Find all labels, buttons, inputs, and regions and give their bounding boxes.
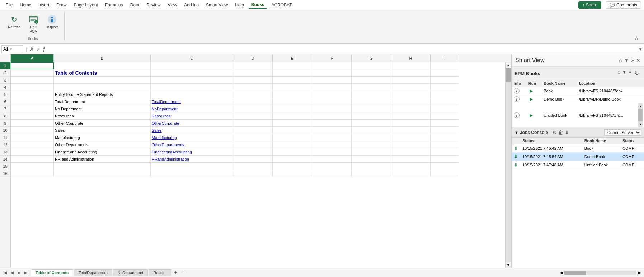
menu-page-layout[interactable]: Page Layout [71, 2, 100, 8]
col-header-d[interactable]: D [233, 54, 273, 62]
sv-books-refresh-button[interactable]: ↻ [633, 69, 641, 78]
sheet-tab-table-of-contents[interactable]: Table of Contents [31, 269, 73, 276]
insert-function-icon[interactable]: ƒ [43, 46, 46, 52]
menu-books[interactable]: Books [248, 1, 267, 9]
col-header-g[interactable]: G [352, 54, 391, 62]
cell-b2[interactable]: Table of Contents [54, 69, 151, 77]
sheet-tab-nodepartment[interactable]: NoDepartment [113, 269, 148, 276]
cell-a2[interactable] [11, 69, 54, 77]
col-header-i[interactable]: I [431, 54, 459, 62]
row-num-12[interactable]: 12 [0, 141, 10, 148]
cell-c2[interactable] [151, 69, 233, 77]
book-run-button-1[interactable]: ▶ [528, 88, 534, 94]
sv-books-dropdown-icon[interactable]: ▼ [622, 69, 627, 78]
sheet-tab-resc[interactable]: Resc ... [149, 269, 171, 276]
cell-f1[interactable] [312, 62, 352, 69]
row-num-5[interactable]: 5 [0, 91, 10, 98]
job-download-3[interactable]: ⬇ [514, 162, 518, 168]
row-num-15[interactable]: 15 [0, 163, 10, 170]
sheet-tab-totaldepartment[interactable]: TotalDepartment [74, 269, 112, 276]
menu-acrobat[interactable]: ACROBAT [269, 2, 295, 8]
sheet-nav-prev[interactable]: ◀ [9, 269, 15, 276]
col-header-b[interactable]: B [54, 54, 151, 62]
row-num-10[interactable]: 10 [0, 127, 10, 134]
jobs-delete-icon[interactable]: 🗑 [558, 130, 563, 135]
sheet-nav-first[interactable]: |◀ [1, 269, 8, 276]
menu-formulas[interactable]: Formulas [102, 2, 126, 8]
row-num-6[interactable]: 6 [0, 98, 10, 105]
formula-input[interactable] [47, 45, 637, 53]
cell-g2[interactable] [352, 69, 391, 77]
sheet-nav-next[interactable]: ▶ [16, 269, 22, 276]
menu-review[interactable]: Review [144, 2, 163, 8]
menu-data[interactable]: Data [127, 2, 142, 8]
cancel-formula-icon[interactable]: ✗ [30, 46, 34, 52]
menu-insert[interactable]: Insert [36, 2, 52, 8]
refresh-button[interactable]: ↻ Refresh [6, 12, 23, 35]
horizontal-scroll-thumb[interactable] [564, 271, 586, 275]
formula-expand-icon[interactable]: ▼ [638, 47, 643, 52]
cell-b1[interactable] [54, 62, 151, 69]
book-info-button-3[interactable]: i [514, 112, 520, 118]
cell-e2[interactable] [273, 69, 312, 77]
col-header-f[interactable]: F [312, 54, 352, 62]
col-header-h[interactable]: H [391, 54, 431, 62]
edit-pov-button[interactable]: ✎ EditPOV [25, 12, 41, 35]
row-num-11[interactable]: 11 [0, 134, 10, 141]
scroll-thumb[interactable] [506, 68, 511, 82]
row-num-4[interactable]: 4 [0, 84, 10, 91]
scroll-left-button[interactable]: ◀ [558, 269, 564, 276]
row-num-9[interactable]: 9 [0, 120, 10, 127]
row-num-13[interactable]: 13 [0, 148, 10, 156]
cell-b5[interactable]: Entity Income Statement Reports [54, 91, 151, 98]
job-download-1[interactable]: ⬇ [514, 146, 518, 151]
cell-f2[interactable] [312, 69, 352, 77]
cell-i2[interactable] [431, 69, 459, 77]
scroll-right-button[interactable]: ▶ [636, 269, 643, 276]
add-sheet-button[interactable]: + [172, 269, 179, 276]
sheet-nav-last[interactable]: ▶| [23, 269, 29, 276]
menu-home[interactable]: Home [17, 2, 34, 8]
sv-close-icon[interactable]: ✕ [636, 57, 640, 63]
row-num-16[interactable]: 16 [0, 170, 10, 177]
scroll-track[interactable] [506, 68, 511, 262]
menu-draw[interactable]: Draw [53, 2, 69, 8]
book-run-button-3[interactable]: ▶ [528, 112, 534, 118]
row-num-8[interactable]: 8 [0, 112, 10, 120]
sv-books-expand-icon[interactable]: » [628, 69, 631, 78]
cell-a1[interactable] [11, 62, 54, 69]
sv-home-icon[interactable]: ⌂ [619, 57, 622, 63]
col-header-e[interactable]: E [273, 54, 312, 62]
ribbon-collapse-button[interactable]: ∧ [633, 33, 640, 42]
col-header-c[interactable]: C [151, 54, 233, 62]
row-num-1[interactable]: 1 [0, 62, 10, 69]
menu-addins[interactable]: Add-ins [181, 2, 202, 8]
menu-view[interactable]: View [165, 2, 180, 8]
menu-smartview[interactable]: Smart View [203, 2, 231, 8]
confirm-formula-icon[interactable]: ✓ [36, 46, 41, 52]
scroll-down-button[interactable]: ▼ [506, 262, 511, 268]
book-info-button-1[interactable]: i [514, 88, 520, 94]
cell-e1[interactable] [273, 62, 312, 69]
jobs-download-icon[interactable]: ⬇ [565, 130, 569, 135]
col-header-a[interactable]: A [11, 54, 54, 62]
cell-h2[interactable] [391, 69, 431, 77]
comments-button[interactable]: 💬 Comments [606, 1, 641, 9]
sheet-tab-overflow-icon[interactable]: ⋯ [181, 270, 185, 275]
sv-books-home-icon[interactable]: ⌂ [617, 69, 620, 78]
cell-i1[interactable] [431, 62, 459, 69]
row-num-7[interactable]: 7 [0, 105, 10, 112]
jobs-server-select[interactable]: Current Server [604, 129, 641, 136]
row-num-14[interactable]: 14 [0, 156, 10, 163]
job-download-2[interactable]: ⬇ [514, 154, 518, 160]
cell-g1[interactable] [352, 62, 391, 69]
cell-reference-box[interactable]: A1 ▼ [1, 45, 23, 53]
inspect-button[interactable]: Inspect [44, 12, 60, 35]
sv-expand-icon[interactable]: » [631, 57, 634, 63]
cell-d1[interactable] [233, 62, 273, 69]
row-num-3[interactable]: 3 [0, 77, 10, 84]
cell-d2[interactable] [233, 69, 273, 77]
jobs-refresh-icon[interactable]: ↻ [553, 130, 557, 135]
sv-dropdown-icon[interactable]: ▼ [624, 57, 629, 63]
book-run-button-2[interactable]: ▶ [528, 96, 534, 102]
